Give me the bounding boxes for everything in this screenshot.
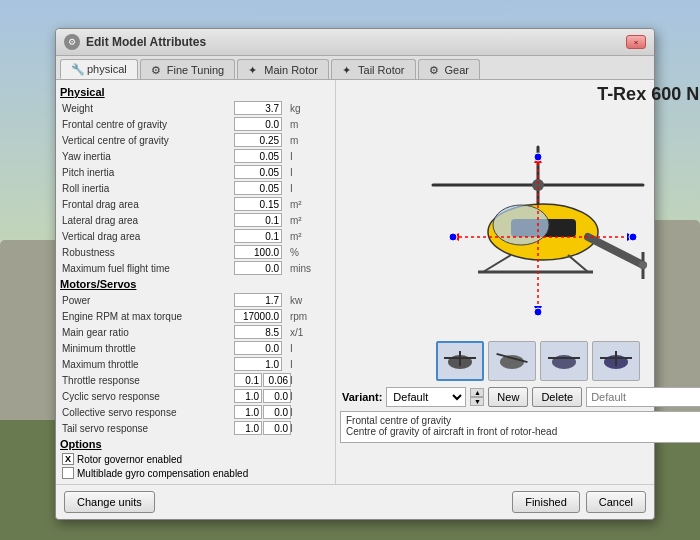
thumb-svg-2 [494,346,530,376]
table-row: Throttle response I [60,372,331,388]
table-row: Cyclic servo response I [60,388,331,404]
checkbox-multiblade-gyro: Multiblade gyro compensation enabled [60,466,331,480]
table-row: Maximum throttle I [60,356,331,372]
throttle-response-input1[interactable] [234,373,262,387]
helicopter-svg [403,117,673,327]
section-options-header: Options [60,436,331,452]
min-throttle-input[interactable] [234,341,282,355]
vertical-drag-input[interactable] [234,229,282,243]
svg-point-18 [534,153,542,161]
table-row: Yaw inertia I [60,148,331,164]
svg-line-8 [483,255,511,272]
section-motors-header: Motors/Servos [60,276,331,292]
dialog-footer: Change units Finished Cancel [56,484,654,519]
section-physical-header: Physical [60,84,331,100]
info-line2: Centre of gravity of aircraft in front o… [346,426,700,437]
thumb-3[interactable] [540,341,588,381]
delete-variant-button[interactable]: Delete [532,387,582,407]
table-row: Tail servo response I [60,420,331,436]
table-row: Engine RPM at max torque rpm [60,308,331,324]
thumb-4[interactable] [592,341,640,381]
thumb-1[interactable] [436,341,484,381]
table-row: Vertical drag area m² [60,228,331,244]
multiblade-gyro-checkbox[interactable] [62,467,74,479]
svg-line-5 [588,237,643,265]
svg-line-9 [568,255,588,272]
right-panel: T-Rex 600 Nitro [336,80,700,484]
vertical-cog-input[interactable] [234,133,282,147]
table-row: Maximum fuel flight time mins [60,260,331,276]
table-row: Frontal centre of gravity m [60,116,331,132]
tail-servo-input1[interactable] [234,421,262,435]
spin-down-button[interactable]: ▼ [470,397,484,406]
dialog-body: Physical Weight kg Frontal centre of gra… [56,80,654,484]
tail-rotor-icon: ✦ [342,64,354,76]
table-row: Frontal drag area m² [60,196,331,212]
dialog-titlebar: ⚙ Edit Model Attributes × [56,29,654,56]
throttle-response-input2[interactable] [263,373,291,387]
main-gear-ratio-input[interactable] [234,325,282,339]
table-row: Weight kg [60,100,331,116]
tail-servo-input2[interactable] [263,421,291,435]
tab-physical[interactable]: 🔧 physical [60,59,138,79]
left-panel: Physical Weight kg Frontal centre of gra… [56,80,336,484]
info-line1: Frontal centre of gravity [346,415,700,426]
checkbox-rotor-governor: X Rotor governor enabled [60,452,331,466]
max-throttle-input[interactable] [234,357,282,371]
cancel-button[interactable]: Cancel [586,491,646,513]
tab-main-rotor[interactable]: ✦ Main Rotor [237,59,329,79]
variant-label: Variant: [342,391,382,403]
variant-select[interactable]: Default [386,387,466,407]
svg-point-7 [639,261,647,269]
frontal-drag-input[interactable] [234,197,282,211]
pitch-inertia-input[interactable] [234,165,282,179]
table-row: Roll inertia I [60,180,331,196]
collective-servo-input1[interactable] [234,405,262,419]
thumb-svg-3 [546,346,582,376]
spin-up-button[interactable]: ▲ [470,388,484,397]
table-row: Pitch inertia I [60,164,331,180]
table-row: Power kw [60,292,331,308]
table-row: Main gear ratio x/1 [60,324,331,340]
max-fuel-flight-time-input[interactable] [234,261,282,275]
variant-row: Variant: Default ▲ ▼ New Delete [340,387,700,407]
table-row: Collective servo response I [60,404,331,420]
finished-button[interactable]: Finished [512,491,580,513]
power-input[interactable] [234,293,282,307]
robustness-input[interactable] [234,245,282,259]
main-rotor-icon: ✦ [248,64,260,76]
weight-input[interactable] [234,101,282,115]
new-variant-button[interactable]: New [488,387,528,407]
dialog-title: Edit Model Attributes [86,35,206,49]
thumb-svg-4 [598,346,634,376]
rotor-governor-checkbox[interactable]: X [62,453,74,465]
yaw-inertia-input[interactable] [234,149,282,163]
info-box: Frontal centre of gravity Centre of grav… [340,411,700,443]
physical-table: Weight kg Frontal centre of gravity m Ve… [60,100,331,276]
tab-gear[interactable]: ⚙ Gear [418,59,480,79]
cyclic-servo-input2[interactable] [263,389,291,403]
default-variant-input[interactable] [586,387,700,407]
collective-servo-input2[interactable] [263,405,291,419]
tab-tail-rotor[interactable]: ✦ Tail Rotor [331,59,415,79]
variant-spinner: ▲ ▼ [470,388,484,406]
lateral-drag-input[interactable] [234,213,282,227]
table-row: Minimum throttle I [60,340,331,356]
engine-rpm-input[interactable] [234,309,282,323]
model-name: T-Rex 600 Nitro [597,84,700,105]
table-row: Lateral drag area m² [60,212,331,228]
frontal-cog-input[interactable] [234,117,282,131]
change-units-button[interactable]: Change units [64,491,155,513]
cyclic-servo-input1[interactable] [234,389,262,403]
svg-point-20 [449,233,457,241]
tab-fine-tuning[interactable]: ⚙ Fine Tuning [140,59,235,79]
svg-point-19 [629,233,637,241]
variant-thumbnails [436,341,640,381]
dialog-icon: ⚙ [64,34,80,50]
thumb-2[interactable] [488,341,536,381]
edit-model-dialog: ⚙ Edit Model Attributes × 🔧 physical ⚙ F… [55,28,655,520]
helicopter-area [393,107,683,337]
tab-bar: 🔧 physical ⚙ Fine Tuning ✦ Main Rotor ✦ … [56,56,654,80]
close-button[interactable]: × [626,35,646,49]
roll-inertia-input[interactable] [234,181,282,195]
